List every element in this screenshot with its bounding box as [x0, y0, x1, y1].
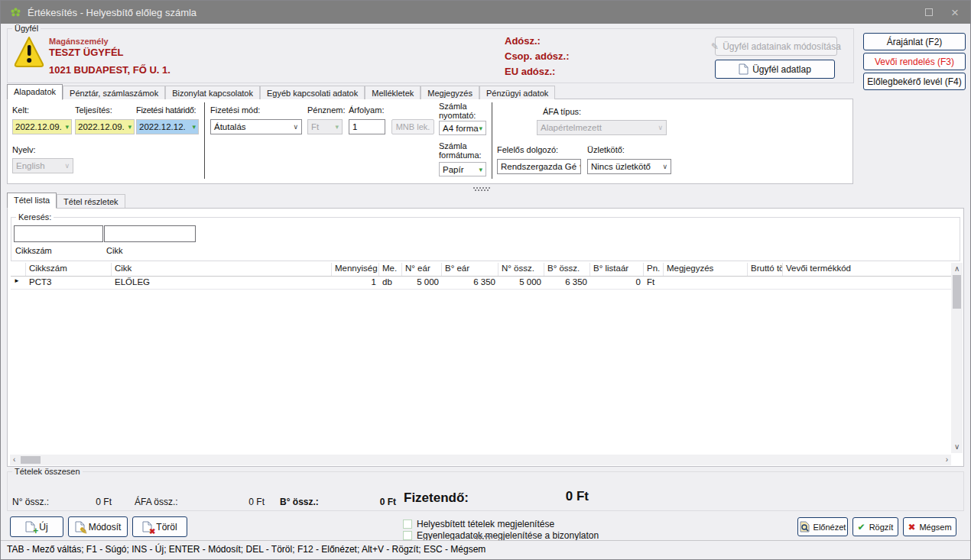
vertical-scroll-thumb[interactable] — [953, 275, 961, 309]
dropdown-arrow-icon: ▾ — [128, 123, 132, 131]
cell-brutto-ear: 6 350 — [442, 277, 498, 289]
col-megjegyzes[interactable]: Megjegyzés — [664, 263, 748, 276]
scroll-left-icon[interactable]: ‹ — [13, 456, 15, 464]
col-pn[interactable]: Pn. — [644, 263, 664, 276]
tax-number-label: Adósz.: — [505, 35, 541, 47]
customer-order-button[interactable]: Vevői rendelés (F3) — [863, 53, 966, 70]
cell-vevoi-termekkod — [783, 277, 953, 289]
col-cikkszam[interactable]: Cikkszám — [26, 263, 112, 276]
table-row[interactable]: ► PCT3 ELŐLEG 1 db 5 000 6 350 5 000 6 3… — [11, 277, 953, 290]
modify-customer-label: Ügyfél adatainak módosítása — [723, 41, 841, 52]
teljesites-datefield[interactable]: 2022.12.09. ▾ — [75, 119, 135, 134]
col-brutto-ear[interactable]: B° eár — [442, 263, 498, 276]
formatum-select[interactable]: Papír ▾ — [439, 162, 486, 176]
main-tabstrip: Alapadatok Pénztár, számlaszámok Bizonyl… — [7, 84, 555, 99]
felelos-select[interactable]: Rendszergazda Gé ∨ — [497, 159, 581, 174]
edit-icon: ✎ — [75, 521, 85, 532]
totals-group: Tételek összesen N° össz.: 0 Ft ÁFA össz… — [7, 471, 964, 511]
maximize-icon — [925, 8, 933, 16]
col-netto-ossz[interactable]: N° össz. — [498, 263, 544, 276]
show-balance-data-checkbox[interactable] — [403, 531, 412, 540]
afa-tipus-select[interactable]: Alapértelmezett ∨ — [537, 120, 667, 135]
tab-tetel-lista[interactable]: Tétel lista — [7, 193, 57, 209]
dropdown-arrow-icon: ▾ — [192, 123, 196, 131]
table-header-marker — [11, 263, 26, 276]
tab-bizonylat-kapcsolatok[interactable]: Bizonylat kapcsolatok — [165, 86, 260, 99]
maximize-button[interactable] — [915, 1, 943, 24]
splitter-grip[interactable] — [473, 187, 475, 189]
tab-penztar-szamlaszamok[interactable]: Pénztár, számlaszámok — [63, 86, 165, 99]
cell-listaar: 0 — [590, 277, 644, 289]
payable-label: Fizetendő: — [404, 490, 469, 506]
fizetesi-mod-select[interactable]: Átutalás ∨ — [210, 119, 302, 134]
gross-total-value: 0 Ft — [336, 497, 396, 507]
kelt-label: Kelt: — [12, 105, 29, 115]
close-button[interactable]: × — [941, 1, 969, 24]
col-brutto-ossz[interactable]: B° össz. — [544, 263, 590, 276]
col-vevoi-termekkod[interactable]: Vevői termékkód — [783, 263, 953, 276]
save-button[interactable]: ✔ Rögzít — [852, 517, 898, 536]
tab-alapadatok[interactable]: Alapadatok — [7, 84, 63, 100]
hatarido-label: Fizetési határidő: — [136, 105, 196, 115]
uzletkoto-select[interactable]: Nincs üzletkötő ∨ — [587, 159, 671, 174]
horizontal-scrollbar[interactable]: ‹ › — [10, 455, 951, 465]
cell-cikk: ELŐLEG — [112, 277, 332, 289]
scroll-down-icon[interactable]: ∨ — [954, 443, 960, 451]
nyelv-select[interactable]: English ∨ — [12, 158, 73, 173]
arfolyam-input[interactable] — [349, 119, 385, 134]
customer-sheet-button[interactable]: Ügyfél adatlap — [715, 60, 835, 79]
new-item-icon: + — [25, 521, 35, 532]
tab-megjegyzes[interactable]: Megjegyzés — [421, 86, 479, 99]
show-corrected-items-checkbox[interactable] — [403, 520, 412, 529]
advance-letter-button[interactable]: Előlegbekérő levél (F4) — [863, 73, 966, 90]
delete-button[interactable]: ✖ Töröl — [132, 516, 187, 537]
bottom-splitter-grip[interactable] — [475, 536, 476, 537]
col-cikk[interactable]: Cikk — [112, 263, 332, 276]
eu-tax-label: EU adósz.: — [505, 66, 555, 77]
search-cikk-label: Cikk — [106, 246, 122, 255]
cell-megjegyzes — [664, 277, 748, 289]
titlebar: Értékesítés - Helyesbítő előleg számla × — [1, 1, 970, 24]
nyelv-value: English — [16, 161, 45, 170]
kelt-datefield[interactable]: 2022.12.09. ▾ — [12, 119, 72, 134]
new-button[interactable]: + Új — [10, 516, 63, 537]
fizetesi-mod-label: Fizetési mód: — [210, 105, 260, 115]
vertical-scrollbar[interactable]: ∧ ∨ — [951, 263, 963, 453]
horizontal-scroll-thumb[interactable] — [21, 456, 41, 464]
table-header-row: Cikkszám Cikk Mennyiség Me. N° eár B° eá… — [11, 263, 953, 277]
scroll-up-icon[interactable]: ∧ — [954, 265, 960, 273]
tab-tetel-reszletek[interactable]: Tétel részletek — [57, 194, 125, 208]
tab-penzugyi-adatok[interactable]: Pénzügyi adatok — [479, 86, 555, 99]
search-cikk-input[interactable] — [104, 225, 196, 242]
customer-address: 1021 BUDAPEST, FŐ U. 1. — [49, 64, 170, 76]
col-listaar[interactable]: B° listaár — [590, 263, 644, 276]
nyomtato-value: A4 forma — [443, 124, 479, 133]
modify-button[interactable]: ✎ Módosít — [68, 516, 128, 537]
cancel-button[interactable]: ✖ Mégsem — [903, 517, 956, 536]
combo-chevron-icon: ∨ — [655, 124, 663, 131]
preview-button[interactable]: Előnézet — [797, 517, 848, 536]
mnb-label: MNB lek. — [396, 122, 430, 131]
nyomtato-select[interactable]: A4 forma ▾ — [439, 121, 486, 135]
detail-tabstrip: Tétel lista Tétel részletek — [7, 193, 125, 208]
quote-button[interactable]: Árajánlat (F2) — [863, 33, 966, 50]
modify-customer-button[interactable]: ✎ Ügyfél adatainak módosítása — [715, 37, 837, 56]
tab-mellekletek[interactable]: Mellékletek — [365, 86, 421, 99]
customer-type: Magánszemély — [49, 37, 109, 46]
mnb-button[interactable]: MNB lek. — [391, 119, 434, 134]
search-cikkszam-input[interactable] — [14, 225, 103, 242]
col-brutto-tomeg[interactable]: Bruttó tömeg — [748, 263, 783, 276]
new-label: Új — [39, 522, 47, 532]
show-balance-data-label: Egyenlegadatok megjelenítése a bizonylat… — [417, 530, 599, 541]
penznem-select[interactable]: Ft ▾ — [307, 119, 343, 134]
felelos-value: Rendszergazda Gé — [501, 162, 576, 171]
save-label: Rögzít — [869, 523, 894, 532]
hatarido-datefield[interactable]: 2022.12.12. ▾ — [136, 119, 199, 134]
scroll-right-icon[interactable]: › — [946, 456, 948, 464]
tab-egyeb-kapcsolati-adatok[interactable]: Egyéb kapcsolati adatok — [260, 86, 365, 99]
search-cikkszam-label: Cikkszám — [15, 246, 52, 255]
col-mennyiseg[interactable]: Mennyiség — [332, 263, 379, 276]
col-me[interactable]: Me. — [379, 263, 402, 276]
col-netto-ear[interactable]: N° eár — [402, 263, 442, 276]
teljesites-label: Teljesítés: — [75, 105, 112, 115]
